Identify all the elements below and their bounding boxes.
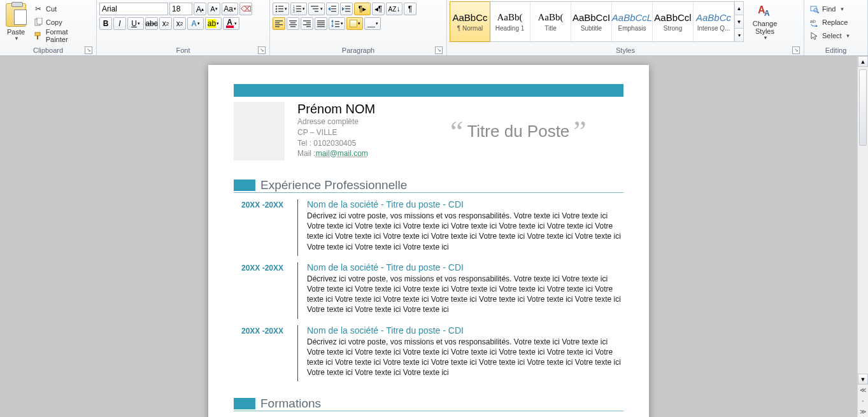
style-item--normal[interactable]: AaBbCc¶ Normal [450,1,490,42]
svg-rect-26 [345,11,350,12]
cut-button[interactable]: ✂ Cut [31,3,94,15]
experience-title: Nom de la société - Titre du poste - CDI [307,199,623,209]
borders-button[interactable]: ▾ [364,17,381,30]
font-size-select[interactable] [169,3,192,15]
dialog-launcher-icon[interactable]: ↘ [85,46,92,54]
cv-tel: Tel : 0102030405 [297,138,412,149]
sort-button[interactable]: AZ↓ [386,3,402,15]
scroll-thumb[interactable] [859,69,867,146]
select-label: Select [822,32,842,39]
underline-button[interactable]: U▾ [127,17,144,30]
increase-indent-button[interactable] [340,3,353,15]
paste-icon [6,3,26,27]
justify-button[interactable] [315,17,327,30]
align-right-button[interactable] [301,17,313,30]
section-experience-title: Expérience Professionnelle [260,178,407,192]
decrease-indent-button[interactable] [326,3,339,15]
subscript-button[interactable]: x2 [159,17,172,30]
cv-address: Adresse complète [297,117,412,127]
experience-desc: Décrivez ici votre poste, vos missions e… [307,337,623,378]
shading-button[interactable]: ▾ [346,17,363,30]
ltr-direction-button[interactable]: ¶▸ [354,3,371,15]
bullets-button[interactable]: ▾ [273,3,289,15]
font-color-button[interactable]: A▾ [223,17,239,30]
document-workspace[interactable]: Prénom NOM Adresse complète CP – VILLE T… [0,56,857,417]
show-marks-button[interactable]: ¶ [404,3,416,15]
svg-rect-16 [311,6,318,7]
style-item-emphasis[interactable]: AaBbCcLEmphasis [612,2,653,41]
style-item-heading-1[interactable]: AaBb(Heading 1 [490,2,530,41]
experience-desc: Décrivez ici votre poste, vos missions e… [307,211,623,252]
dialog-launcher-icon[interactable]: ↘ [435,46,443,54]
replace-button[interactable]: ab Replace [807,16,864,29]
copy-button[interactable]: Copy [31,16,94,29]
scroll-up-button[interactable]: ▲ [858,56,868,67]
grow-font-button[interactable]: A▴ [194,3,206,15]
svg-rect-42 [317,26,325,27]
scroll-track[interactable] [858,67,868,374]
group-font: A▴ A▾ Aa▾ ⌫ B I U▾ abc x2 x2 A▾ ab▾ A▾ F… [97,0,270,55]
style-item-subtitle[interactable]: AaBbCcISubtitle [571,2,612,41]
line-spacing-button[interactable]: ▾ [329,17,345,30]
format-painter-label: Format Painter [46,28,91,43]
vertical-scrollbar[interactable]: ▲ ▼ ≪ ◦ ≫ [857,56,868,417]
gallery-up-button[interactable]: ▲ [735,2,743,15]
experience-row: 20XX -20XXNom de la société - Titre du p… [241,199,623,256]
rtl-direction-button[interactable]: ◂¶ [372,3,385,15]
change-styles-button[interactable]: AA Change Styles ▼ [748,1,782,42]
style-item-strong[interactable]: AaBbCclStrong [653,2,694,41]
align-left-button[interactable] [273,17,285,30]
prev-page-button[interactable]: ≪ [858,385,868,395]
cv-header: Prénom NOM Adresse complète CP – VILLE T… [234,102,623,160]
photo-placeholder [234,102,285,160]
align-center-button[interactable] [287,17,299,30]
svg-point-6 [275,8,277,10]
browse-object-button[interactable]: ◦ [858,395,868,406]
strikethrough-button[interactable]: abc [145,17,158,30]
svg-rect-15 [296,11,301,12]
next-page-button[interactable]: ≫ [858,406,868,417]
experience-dates: 20XX -20XX [241,325,297,382]
text-effects-button[interactable]: A▾ [187,17,204,30]
svg-rect-34 [290,26,295,27]
paste-button[interactable]: Paste ▼ [3,1,29,43]
italic-button[interactable]: I [113,17,126,30]
multilevel-list-button[interactable]: ▾ [308,3,325,15]
select-button[interactable]: Select▼ [807,29,864,42]
dialog-launcher-icon[interactable]: ↘ [258,46,266,54]
select-icon [809,31,820,41]
svg-rect-22 [331,11,336,12]
svg-rect-25 [345,8,350,10]
styles-gallery: AaBbCc¶ NormalAaBb(Heading 1AaBb(TitleAa… [450,1,744,42]
cv-title-quote: “ Titre du Poste ” [450,102,587,160]
svg-rect-30 [275,26,280,27]
svg-text:A: A [764,9,770,18]
superscript-button[interactable]: x2 [173,17,186,30]
group-styles: AaBbCc¶ NormalAaBb(Heading 1AaBb(TitleAa… [447,0,804,55]
scroll-down-button[interactable]: ▼ [858,374,868,385]
change-case-button[interactable]: Aa▾ [222,3,238,15]
highlight-button[interactable]: ab▾ [205,17,222,30]
shrink-font-button[interactable]: A▾ [208,3,220,15]
svg-rect-2 [35,32,40,36]
svg-rect-39 [317,20,325,22]
style-item-intense-q-[interactable]: AaBbCcIntense Q... [694,2,734,41]
gallery-down-button[interactable]: ▼ [735,15,743,29]
style-item-title[interactable]: AaBb(Title [530,2,571,41]
replace-label: Replace [822,18,848,26]
open-quote-icon: “ [450,124,463,139]
numbering-button[interactable]: 123▾ [290,3,307,15]
find-button[interactable]: Find▼ [807,3,864,15]
svg-rect-40 [317,22,325,24]
clear-formatting-button[interactable]: ⌫ [239,3,252,15]
svg-rect-36 [306,22,311,24]
style-preview: AaBbCcL [612,12,652,23]
font-name-select[interactable] [99,3,168,15]
experience-row: 20XX -20XXNom de la société - Titre du p… [241,262,623,319]
gallery-more-button[interactable]: ▾ [735,29,743,41]
dialog-launcher-icon[interactable]: ↘ [792,46,800,54]
bold-button[interactable]: B [99,17,112,30]
document-page[interactable]: Prénom NOM Adresse complète CP – VILLE T… [208,65,649,417]
format-painter-button[interactable]: Format Painter [31,29,94,42]
experience-body: Nom de la société - Titre du poste - CDI… [297,199,623,256]
